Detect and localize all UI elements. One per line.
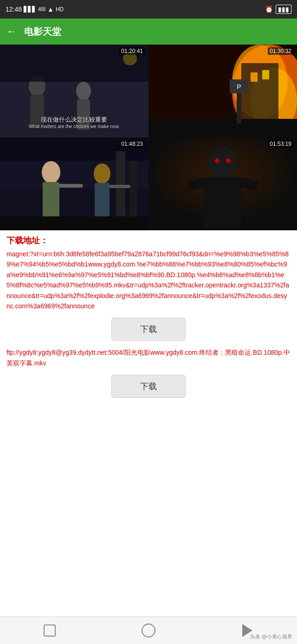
svg-rect-30: [0, 216, 148, 230]
svg-rect-1: [0, 82, 148, 137]
svg-point-4: [76, 82, 91, 100]
download-btn-wrap-1: 下载: [6, 318, 291, 341]
nav-back-button[interactable]: [36, 621, 64, 640]
content-area: 下载地址： magnet:?xt=urn:btih:3d6fe58fe6f3a9…: [0, 230, 297, 414]
square-nav-icon: [44, 624, 56, 637]
battery-icon: ▮▮▮: [276, 5, 291, 14]
svg-point-38: [226, 158, 231, 163]
download-button-1[interactable]: 下载: [111, 318, 186, 341]
nav-bar: ← 电影天堂: [0, 19, 297, 45]
svg-point-24: [42, 161, 60, 183]
download-button-2[interactable]: 下载: [111, 375, 186, 398]
status-right: ⏰ ▮▮▮: [265, 5, 291, 14]
time-display: 12:48: [6, 6, 22, 13]
download-btn-wrap-2: 下载: [6, 375, 291, 398]
video-grid: 01:20:41 现在做什么决定比较重要 What matters are th…: [0, 45, 297, 230]
video-cell-3[interactable]: 01:48:23: [0, 137, 148, 230]
svg-rect-23: [130, 161, 137, 216]
video-timestamp-1: 01:20:41: [119, 47, 145, 55]
svg-rect-13: [251, 72, 258, 82]
circle-nav-icon: [142, 624, 155, 637]
status-left: 12:48 ▋▋▋ 46l ▲ HD: [6, 6, 64, 13]
subtitle-en-1: What matters are the choices we make now…: [29, 124, 120, 129]
svg-rect-28: [95, 183, 110, 220]
svg-rect-34: [204, 177, 241, 228]
video-subtitle-1: 现在做什么决定比较重要 What matters are the choices…: [29, 116, 120, 129]
svg-text:P: P: [237, 83, 241, 91]
svg-rect-14: [262, 70, 269, 79]
hd-label: HD: [56, 6, 64, 13]
svg-rect-26: [59, 184, 83, 188]
nav-title: 电影天堂: [24, 26, 61, 38]
nav-home-button[interactable]: [135, 621, 162, 640]
subtitle-zh-1: 现在做什么决定比较重要: [29, 116, 120, 124]
svg-point-33: [209, 147, 237, 179]
svg-point-27: [94, 163, 110, 184]
scene-svg-4: [148, 137, 297, 230]
alarm-icon: ⏰: [265, 6, 273, 13]
magnet-link[interactable]: magnet:?xt=urn:btih:3d6fe58fe6f3a95bef79…: [6, 249, 291, 311]
svg-point-37: [215, 158, 220, 163]
status-bar: 12:48 ▋▋▋ 46l ▲ HD ⏰ ▮▮▮: [0, 0, 297, 19]
signal-label: 46l: [38, 6, 45, 13]
download-label: 下载地址：: [6, 235, 291, 246]
scene-svg-3: [0, 137, 148, 230]
signal-icon: ▋▋▋: [24, 6, 36, 13]
svg-rect-22: [116, 151, 125, 216]
bottom-nav: 头条 @小勇心视界: [0, 616, 297, 644]
svg-rect-25: [43, 182, 59, 221]
video-cell-1[interactable]: 01:20:41 现在做什么决定比较重要 What matters are th…: [0, 45, 148, 137]
back-button[interactable]: ←: [6, 26, 17, 38]
watermark: 头条 @小勇心视界: [250, 634, 292, 639]
svg-rect-15: [148, 119, 297, 137]
wifi-icon: ▲: [47, 6, 54, 13]
scene-svg-2: P: [148, 45, 297, 137]
ftp-link[interactable]: ftp://ygdy8:ygdy8@yg39.dydytt.net:5004/阳…: [6, 347, 291, 368]
video-timestamp-4: 01:53:19: [268, 140, 293, 148]
video-cell-2[interactable]: P 01:30:32: [148, 45, 297, 137]
svg-rect-29: [110, 185, 130, 188]
video-timestamp-2: 01:30:32: [268, 47, 293, 55]
video-cell-4[interactable]: 01:53:19: [148, 137, 297, 230]
video-timestamp-3: 01:48:23: [119, 140, 145, 148]
